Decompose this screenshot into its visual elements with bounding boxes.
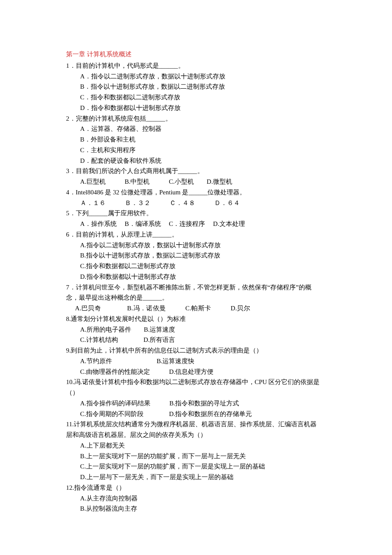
question-stem: 7．计算机问世至今，新型机器不断推陈出新，不管怎样更新，依然保有“存储程序”的概	[66, 282, 328, 293]
option-b: B.从控制器流向主存	[66, 503, 328, 514]
options-inline: A.巴贝奇 B.冯．诺依曼 C.帕斯卡 D.贝尔	[66, 303, 328, 314]
option-d: D．指令和数据都以十进制形式存放	[66, 103, 328, 113]
options-line-1: A.节约原件 B.运算速度快	[66, 356, 328, 367]
question-stem: 2．完整的计算机系统应包括______。	[66, 113, 328, 124]
question-2: 2．完整的计算机系统应包括______。 A．运算器、存储器、控制器 B．外部设…	[66, 113, 328, 166]
question-stem: 10.冯.诺依曼计算机中指令和数据均以二进制形式存放在存储器中，CPU 区分它们…	[66, 377, 328, 387]
question-3: 3．目前我们所说的个人台式商用机属于______。 A.巨型机 B.中型机 C.…	[66, 166, 328, 187]
question-stem: 1．目前的计算机中，代码形式是______。	[66, 61, 328, 71]
question-12: 12.指令流通常是（） A.从主存流向控制器 B.从控制器流向主存	[66, 483, 328, 514]
option-b: B．外部设备和主机	[66, 134, 328, 145]
question-8: 8.通常划分计算机发展时代是以（）为标准 A.所用的电子器件 B.运算速度 C.…	[66, 314, 328, 345]
question-stem-cont: 念，最早提出这种概念的是______。	[66, 292, 328, 303]
options-line-2: C.计算机结构 D.所有语言	[66, 335, 328, 345]
question-stem: 11.计算机系统层次结构通常分为微程序机器层、机器语言层、操作系统层、汇编语言机…	[66, 419, 328, 430]
options-inline: A．操作系统 B．编译系统 C．连接程序 D.文本处理	[66, 219, 328, 229]
chapter-title: 第一章 计算机系统概述	[66, 49, 328, 60]
option-c: C．指令和数据都以二进制形式存放	[66, 92, 328, 103]
question-stem: 9.到目前为止，计算机中所有的信息任以二进制方式表示的理由是（）	[66, 345, 328, 356]
question-1: 1．目前的计算机中，代码形式是______。 A．指令以二进制形式存放，数据以十…	[66, 61, 328, 113]
option-d: D．配套的硬设备和软件系统	[66, 156, 328, 166]
question-5: 5．下列______属于应用软件。 A．操作系统 B．编译系统 C．连接程序 D…	[66, 208, 328, 229]
option-c: C.指令和数据都以二进制形式存放	[66, 261, 328, 272]
options-line-2: C.指令周期的不同阶段 D.指令和数据所在的存储单元	[66, 409, 328, 419]
option-a: A．运算器、存储器、控制器	[66, 124, 328, 134]
option-a: A.从主存流向控制器	[66, 493, 328, 504]
options-line-1: A.指令操作码的译码结果 B.指令和数据的寻址方式	[66, 398, 328, 409]
option-a: A.指令以二进制形式存放，数据以十进制形式存放	[66, 240, 328, 251]
question-stem: 8.通常划分计算机发展时代是以（）为标准	[66, 314, 328, 324]
question-4: 4．Intel80486 是 32 位微处理器，Pentium 是______位…	[66, 187, 328, 208]
option-c: C.上一层实现对下一层的功能扩展，而下一层是实现上一层的基础	[66, 461, 328, 472]
question-stem-cont: （）	[66, 387, 328, 398]
question-9: 9.到目前为止，计算机中所有的信息任以二进制方式表示的理由是（） A.节约原件 …	[66, 345, 328, 377]
option-b: B.上一层实现对下一层的功能扩展，而下一层与上一层无关	[66, 451, 328, 462]
options-line-1: A.所用的电子器件 B.运算速度	[66, 324, 328, 335]
document-page: 第一章 计算机系统概述 1．目前的计算机中，代码形式是______。 A．指令以…	[0, 0, 392, 555]
question-7: 7．计算机问世至今，新型机器不断推陈出新，不管怎样更新，依然保有“存储程序”的概…	[66, 282, 328, 314]
question-11: 11.计算机系统层次结构通常分为微程序机器层、机器语言层、操作系统层、汇编语言机…	[66, 419, 328, 483]
question-6: 6．目前的计算机，从原理上讲______。 A.指令以二进制形式存放，数据以十进…	[66, 229, 328, 282]
option-c: C．主机和实用程序	[66, 145, 328, 156]
question-stem: 12.指令流通常是（）	[66, 483, 328, 493]
option-a: A．指令以二进制形式存放，数据以十进制形式存放	[66, 71, 328, 82]
question-stem: 3．目前我们所说的个人台式商用机属于______。	[66, 166, 328, 176]
option-d: D.指令和数据都以十进制形式存放	[66, 272, 328, 282]
option-b: B.指令以十进制形式存放，数据以二进制形式存放	[66, 250, 328, 261]
options-inline: A.巨型机 B.中型机 C.小型机 D.微型机	[66, 176, 328, 187]
options-inline: Ａ．１６ Ｂ．３２ Ｃ．４８ Ｄ．６４	[66, 198, 328, 208]
question-stem: 5．下列______属于应用软件。	[66, 208, 328, 219]
question-stem: 4．Intel80486 是 32 位微处理器，Pentium 是______位…	[66, 187, 328, 198]
option-d: D.上一层与下一层无关，而下一层是实现上一层的基础	[66, 472, 328, 483]
question-stem: 6．目前的计算机，从原理上讲______。	[66, 229, 328, 240]
option-a: A.上下层都无关	[66, 440, 328, 451]
question-10: 10.冯.诺依曼计算机中指令和数据均以二进制形式存放在存储器中，CPU 区分它们…	[66, 377, 328, 419]
question-stem-cont: 层和高级语言机器层。层次之间的依存关系为（）	[66, 430, 328, 440]
option-b: B．指令以十进制形式存放，数据以二进制形式存放	[66, 81, 328, 92]
options-line-2: C.由物理器件的性能决定 D.信息处理方便	[66, 367, 328, 377]
